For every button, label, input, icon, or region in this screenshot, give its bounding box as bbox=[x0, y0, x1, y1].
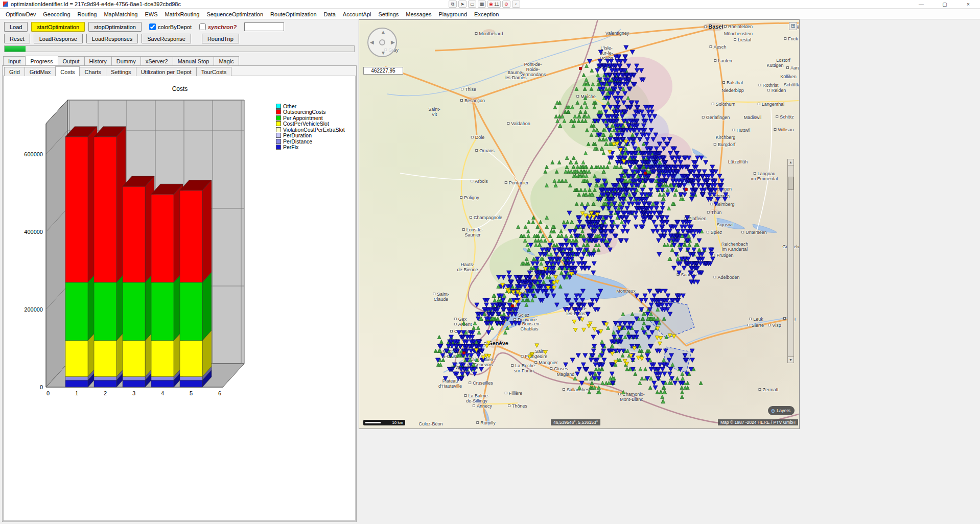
town-marker-icon bbox=[475, 32, 477, 35]
town-marker-icon bbox=[768, 324, 771, 326]
place-label-valdahon: Valdahon bbox=[507, 121, 530, 126]
layers-label: Layers bbox=[777, 408, 790, 413]
pan-left-icon[interactable]: ◀ bbox=[370, 39, 374, 45]
loadresponses-button[interactable]: LoadResponses bbox=[86, 34, 138, 43]
minimize-button[interactable]: — bbox=[909, 0, 933, 9]
menu-ews[interactable]: EWS bbox=[141, 10, 161, 18]
main-tab-progress[interactable]: Progress bbox=[25, 56, 58, 65]
sub-tab-charts[interactable]: Charts bbox=[79, 67, 106, 76]
menu-accountapi[interactable]: AccountApi bbox=[339, 10, 375, 18]
town-marker-icon bbox=[714, 143, 716, 146]
sub-tab-tourcosts[interactable]: TourCosts bbox=[196, 67, 232, 76]
stop-optimization-button[interactable]: stopOptimization bbox=[88, 22, 142, 32]
place-label-basel: Basel bbox=[704, 24, 723, 29]
map-view[interactable]: GrayMontbéliardValentigneyBaselRheinfeld… bbox=[359, 19, 800, 429]
collapse-chevron[interactable]: ‹ bbox=[512, 1, 520, 8]
main-tab-input[interactable]: Input bbox=[3, 56, 26, 65]
town-marker-icon bbox=[734, 38, 736, 41]
sub-tab-grid[interactable]: Grid bbox=[4, 67, 25, 76]
menu-exception[interactable]: Exception bbox=[471, 10, 502, 18]
zoom-in-button[interactable]: ▲ bbox=[787, 159, 794, 165]
load-button[interactable]: Load bbox=[4, 22, 28, 32]
main-tab-output[interactable]: Output bbox=[58, 56, 85, 65]
progress-fill bbox=[5, 46, 26, 52]
town-marker-icon bbox=[465, 358, 468, 361]
menu-settings[interactable]: Settings bbox=[375, 10, 403, 18]
menu-playground[interactable]: Playground bbox=[435, 10, 471, 18]
place-label-unterseen: Unterseen bbox=[741, 230, 767, 235]
town-marker-icon bbox=[576, 95, 579, 98]
menu-routeoptimization[interactable]: RouteOptimization bbox=[267, 10, 320, 18]
town-marker-icon bbox=[732, 129, 735, 131]
block-icon[interactable]: ⊘ bbox=[502, 1, 510, 8]
main-tab-manual-stop[interactable]: Manual Stop bbox=[173, 56, 215, 65]
menu-sequenceoptimization[interactable]: SequenceOptimization bbox=[203, 10, 267, 18]
start-optimization-button[interactable]: startOptimization bbox=[31, 22, 85, 32]
town-marker-icon bbox=[493, 302, 495, 304]
main-tab-history[interactable]: History bbox=[84, 56, 112, 65]
place-label-oyonnax: Oyonnax bbox=[450, 329, 473, 334]
town-marker-icon bbox=[530, 269, 533, 272]
place-label-morges: Morges bbox=[530, 268, 550, 273]
synchron-checkbox[interactable] bbox=[199, 23, 206, 30]
place-label-lons-le: Lons-le-Saunier bbox=[462, 227, 483, 237]
reset-button[interactable]: Reset bbox=[4, 34, 30, 43]
legend-swatch bbox=[276, 139, 281, 144]
optimization-id-input[interactable] bbox=[244, 22, 284, 31]
compass-center-icon[interactable] bbox=[379, 39, 385, 45]
menu-data[interactable]: Data bbox=[320, 10, 339, 18]
cursor-icon[interactable]: ➤ bbox=[458, 1, 466, 8]
place-label-langnau: Langnauim Emmental bbox=[751, 171, 778, 181]
toolbar-row-1: Load startOptimization stopOptimization … bbox=[4, 22, 284, 32]
town-marker-icon bbox=[524, 283, 526, 286]
svg-text:3: 3 bbox=[132, 390, 135, 396]
town-marker-icon bbox=[707, 231, 709, 233]
place-label-valserh-ne: Valserhône bbox=[451, 365, 478, 370]
zoom-slider-thumb[interactable] bbox=[788, 177, 794, 190]
sub-tab-gridmax[interactable]: GridMax bbox=[25, 67, 56, 76]
map-zoom-slider[interactable]: ▲ ▼ bbox=[787, 159, 794, 363]
place-label-sch-ftland: Schöftland bbox=[784, 82, 800, 87]
main-tab-magic[interactable]: Magic bbox=[214, 56, 239, 65]
place-label-solothurn: Solothurn bbox=[712, 102, 736, 107]
saveresponse-button[interactable]: SaveResponse bbox=[142, 34, 191, 43]
screenshot-icon[interactable]: ⧉ bbox=[449, 1, 457, 8]
legend-item-other: Other bbox=[276, 103, 345, 109]
zoom-slider-track[interactable] bbox=[787, 165, 794, 356]
menu-matrixrouting[interactable]: MatrixRouting bbox=[161, 10, 203, 18]
pan-right-icon[interactable]: ▶ bbox=[391, 39, 395, 45]
menu-geocoding[interactable]: Geocoding bbox=[39, 10, 74, 18]
roundtrip-button[interactable]: RoundTrip bbox=[202, 34, 239, 43]
place-label-gland: Gland bbox=[508, 291, 525, 296]
sub-tab-utilization-per-depot[interactable]: Utilization per Depot bbox=[136, 67, 197, 76]
maximize-button[interactable]: ▢ bbox=[933, 0, 956, 9]
zoom-out-button[interactable]: ▼ bbox=[787, 356, 794, 363]
sub-tab-settings[interactable]: Settings bbox=[106, 67, 136, 76]
place-label-rolle: Rolle bbox=[524, 282, 539, 288]
map-compass-control[interactable]: ▲ ▼ ◀ ▶ bbox=[367, 28, 397, 57]
main-tab-dummy[interactable]: Dummy bbox=[111, 56, 141, 65]
grid-icon[interactable]: ▦ bbox=[478, 1, 486, 8]
place-label-pontarlier: Pontarlier bbox=[505, 180, 529, 185]
town-marker-icon bbox=[464, 394, 466, 397]
town-marker-icon bbox=[507, 122, 509, 125]
town-marker-icon bbox=[451, 366, 454, 368]
window-icon[interactable]: ▭ bbox=[468, 1, 476, 8]
close-button[interactable]: × bbox=[956, 0, 980, 9]
pan-down-icon[interactable]: ▼ bbox=[381, 50, 386, 56]
record-count-badge[interactable]: ◉ 11 bbox=[487, 1, 501, 8]
sub-tab-costs[interactable]: Costs bbox=[55, 66, 80, 76]
color-by-depot-checkbox[interactable] bbox=[149, 23, 156, 30]
menu-routing[interactable]: Routing bbox=[74, 10, 101, 18]
menu-mapmatching[interactable]: MapMatching bbox=[100, 10, 141, 18]
loadresponse-button[interactable]: LoadResponse bbox=[34, 34, 83, 43]
town-marker-icon bbox=[514, 314, 517, 316]
pan-up-icon[interactable]: ▲ bbox=[381, 29, 386, 35]
layers-button[interactable]: ⊕ Layers bbox=[768, 406, 795, 415]
map-menu-button[interactable]: ⊞ bbox=[789, 22, 797, 30]
legend-swatch bbox=[276, 127, 281, 132]
menu-messages[interactable]: Messages bbox=[402, 10, 435, 18]
place-label-willisau: Willisau bbox=[774, 127, 794, 132]
menu-optiflowdev[interactable]: OptiflowDev bbox=[2, 10, 39, 18]
main-tab-xserver2[interactable]: xServer2 bbox=[141, 56, 173, 65]
